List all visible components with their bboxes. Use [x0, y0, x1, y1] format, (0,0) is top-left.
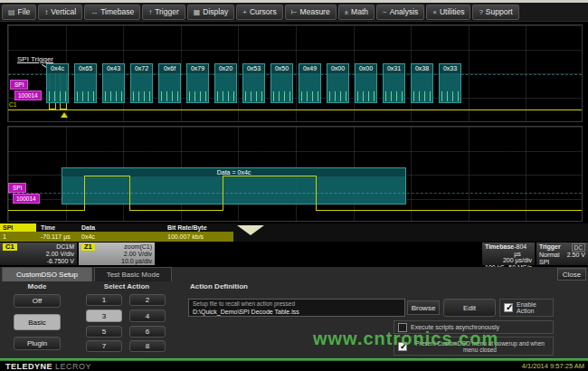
mode-basic-button[interactable]: Basic — [14, 314, 61, 330]
edit-button[interactable]: Edit — [443, 299, 496, 317]
brand-teledyne: TELEDYNE — [5, 362, 52, 371]
enable-action-checkbox[interactable] — [504, 303, 513, 312]
byte-label: 0x31 — [384, 64, 404, 73]
spi-trigger-annotation: SPI Trigger — [17, 55, 53, 63]
tab-test-basic-mode[interactable]: Test Basic Mode — [94, 267, 172, 281]
utilities-icon: × — [432, 8, 437, 16]
spi-trace-badge[interactable]: SPI 100014 — [10, 80, 42, 100]
footer-bar: TELEDYNELECROY 4/1/2014 9:57:25 AM — [0, 361, 588, 371]
setup-file-field[interactable]: Setup file to recall when action pressed… — [188, 299, 405, 317]
menu-vertical[interactable]: ↕Vertical — [38, 5, 82, 20]
bit-transitions — [245, 91, 262, 101]
byte-label: 0x00 — [327, 64, 348, 73]
menu-vertical-label: Vertical — [51, 7, 76, 16]
mode-off-button[interactable]: Off — [14, 294, 61, 308]
setup-file-path: D:\Quick_Demo\SPI Decode Table.lss — [193, 308, 401, 316]
decode-table-row[interactable]: 1 -70.117 µs 0x4c 100.007 kb/s — [0, 232, 233, 242]
action-button-2[interactable]: 2 — [129, 294, 166, 306]
zoom-trace-segment — [316, 210, 582, 211]
zoom-decode-box: Data = 0x4c — [62, 167, 406, 205]
action-button-7[interactable]: 7 — [86, 340, 122, 352]
c1-descriptor-box[interactable]: C1DC1M 2.00 V/div -6.7500 V — [0, 243, 77, 265]
decode-byte-box: 0x50 — [270, 63, 293, 103]
z1-descriptor-box[interactable]: Z1zoom(C1) 2.00 V/div 10.0 µs/div — [79, 243, 155, 265]
action-button-1[interactable]: 1 — [86, 294, 122, 306]
close-button[interactable]: Close — [557, 268, 586, 281]
z1-badge: Z1 — [81, 243, 95, 251]
bit-transitions — [189, 91, 206, 101]
bit-transitions — [413, 91, 431, 101]
table-expand-arrow-icon[interactable] — [237, 225, 264, 235]
decode-byte-box: 0x79 — [186, 63, 209, 103]
menu-display[interactable]: ▦Display — [187, 5, 234, 20]
menu-measure[interactable]: ⊢Measure — [285, 5, 337, 20]
menu-analysis[interactable]: ~Analysis — [376, 5, 424, 20]
browse-button[interactable]: Browse — [407, 300, 440, 315]
decode-byte-box: 0x38 — [411, 63, 433, 103]
menu-support[interactable]: ?Support — [472, 5, 518, 20]
decode-byte-box: 0x65 — [74, 63, 97, 103]
display-icon: ▦ — [194, 8, 201, 16]
spi-trace-badge-id: 100014 — [14, 90, 42, 100]
byte-label: 0x53 — [243, 64, 264, 73]
menu-measure-label: Measure — [300, 7, 330, 16]
bit-transitions — [49, 91, 66, 101]
decode-byte-box: 0x00 — [327, 63, 349, 103]
row-bitrate: 100.007 kb/s — [167, 232, 204, 242]
trigger-icon: ↑ — [148, 8, 152, 16]
bit-transitions — [161, 91, 178, 101]
decode-byte-box: 0x20 — [214, 63, 237, 103]
bit-transitions — [441, 91, 459, 101]
mode-plugin-button[interactable]: Plugin — [14, 337, 61, 350]
descriptor-row: C1DC1M 2.00 V/div -6.7500 V Z1zoom(C1) 2… — [0, 243, 588, 265]
action-button-8[interactable]: 8 — [129, 340, 166, 352]
brand-lecroy: LECROY — [55, 362, 91, 371]
byte-label: 0x20 — [215, 64, 236, 73]
measure-icon: ⊢ — [291, 8, 298, 16]
byte-label: 0x43 — [103, 64, 124, 73]
action-button-5[interactable]: 5 — [86, 326, 122, 338]
zoom-trace-segment — [223, 176, 316, 176]
z1-source: zoom(C1) — [124, 243, 152, 251]
trigger-descriptor-box[interactable]: TriggerDC Normal2.50 V SPI — [536, 243, 588, 265]
trigger-coupling-badge: DC — [572, 243, 585, 252]
timebase-descriptor-box[interactable]: Timebase-804 µs 200 µs/div 100 kS50 MS/s — [482, 243, 535, 265]
zoom-trace-edge — [223, 176, 223, 211]
menu-utilities[interactable]: ×Utilities — [426, 5, 470, 20]
setup-file-caption: Setup file to recall when action pressed — [193, 300, 401, 308]
menu-math[interactable]: ±Math — [338, 5, 375, 20]
menu-utilities-label: Utilities — [440, 7, 464, 16]
menu-file-label: File — [18, 7, 31, 16]
action-button-3[interactable]: 3 — [86, 309, 122, 322]
bit-transitions — [133, 91, 150, 101]
menu-file[interactable]: ▤File — [2, 5, 36, 20]
row-time: -70.117 µs — [41, 232, 71, 242]
menu-math-label: Math — [351, 7, 368, 16]
timebase-delay: -804 µs — [514, 243, 532, 257]
menu-cursors[interactable]: +Cursors — [236, 5, 282, 20]
support-icon: ? — [479, 8, 482, 16]
timebase-label: Timebase — [485, 243, 514, 257]
action-button-4[interactable]: 4 — [129, 309, 166, 322]
mode-section-header: Mode — [9, 282, 65, 290]
spi-zoom-trace-badge[interactable]: SPI 100014 — [8, 183, 40, 204]
bit-transitions — [357, 91, 375, 101]
byte-label: 0x79 — [187, 64, 208, 73]
menu-analysis-label: Analysis — [390, 7, 419, 16]
z1-scale: 2.00 V/div — [124, 251, 152, 258]
menu-trigger[interactable]: ↑Trigger — [142, 5, 185, 20]
spi-decode-table: SPI Time Data Bit Rate/Byte 1 -70.117 µs… — [0, 224, 588, 242]
enable-action-option[interactable]: Enable Action — [499, 299, 554, 317]
trigger-position-marker[interactable] — [61, 112, 68, 118]
tab-customdso-setup[interactable]: CustomDSO Setup — [2, 267, 92, 281]
zoom-waveform-grid: Data = 0x4c SPI 100014 — [7, 126, 583, 222]
decode-byte-box: 0x31 — [383, 63, 405, 103]
byte-label: 0x72 — [131, 64, 152, 73]
clock-timestamp: 4/1/2014 9:57:25 AM — [522, 362, 584, 370]
menu-cursors-label: Cursors — [250, 7, 277, 16]
byte-label: 0x65 — [75, 64, 96, 73]
menu-timebase[interactable]: ↔Timebase — [84, 5, 140, 20]
action-button-6[interactable]: 6 — [129, 326, 166, 338]
bit-transitions — [385, 91, 403, 101]
byte-label: 0x50 — [271, 64, 292, 73]
